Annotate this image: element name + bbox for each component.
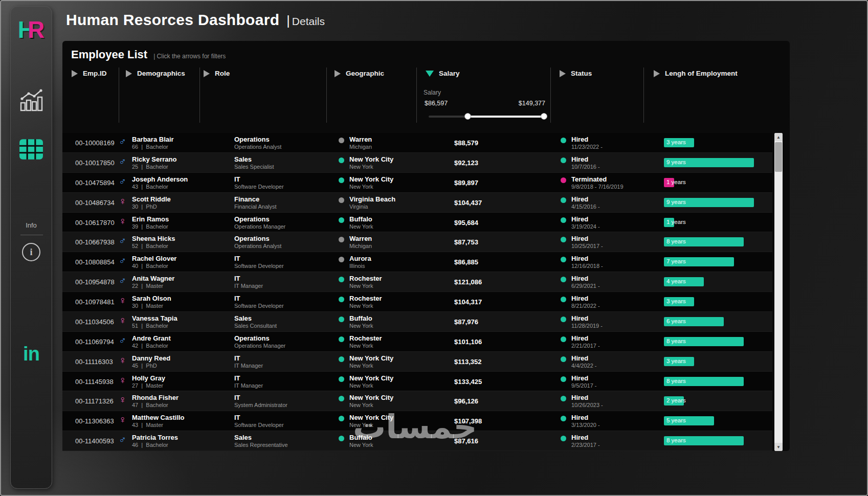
filter-arrow-icon[interactable] — [560, 70, 566, 77]
employee-name: Andre Grant — [132, 334, 171, 342]
filter-demographics[interactable]: Demographics — [126, 70, 185, 77]
table-row[interactable]: 00-11116303 ♀ Danny Reed 45 | PhD IT IT … — [62, 352, 772, 372]
employee-city: Buffalo — [349, 215, 373, 223]
status-dot — [561, 336, 566, 342]
info-button[interactable]: i — [11, 243, 52, 261]
employee-department: Sales — [234, 155, 274, 163]
employee-state: New York — [349, 422, 393, 429]
table-row[interactable]: 00-10617870 ♀ Erin Ramos 39 | Bachelor O… — [62, 213, 772, 233]
gender-icon: ♂ — [119, 136, 126, 147]
employee-salary: $86,885 — [454, 258, 478, 266]
location-dot — [339, 297, 344, 302]
table-row[interactable]: 00-11145938 ♀ Holly Gray 27 | Master IT … — [62, 372, 772, 392]
linkedin-icon[interactable]: in — [11, 343, 52, 365]
table-row[interactable]: 00-11034506 ♀ Vanessa Tapia 51 | Bachelo… — [62, 312, 772, 332]
logo-letter-r: R — [28, 16, 44, 43]
hr-logo[interactable]: HR — [11, 16, 52, 43]
scrollbar-down-button[interactable]: ▼ — [774, 443, 783, 451]
salary-filter-panel: Salary $86,597 $149,377 — [424, 89, 545, 121]
employment-dates: 9/8/2018 - 7/16/2019 — [571, 184, 624, 190]
employee-name: Joseph Anderson — [132, 175, 188, 183]
employee-state: New York — [349, 382, 393, 389]
table-row[interactable]: 00-10808854 ♂ Rachel Glover 40 | Bachelo… — [62, 252, 772, 272]
gender-icon: ♀ — [119, 314, 126, 326]
nav-overview-button[interactable] — [11, 87, 52, 115]
table-row[interactable]: 00-10667938 ♂ Sheena Hicks 52 | Bachelor… — [62, 232, 772, 252]
employee-salary: $104,437 — [454, 199, 482, 207]
table-row[interactable]: 00-10978481 ♀ Sarah Olson 30 | Master IT… — [62, 292, 772, 312]
employee-department: Sales — [234, 314, 277, 322]
employment-length-bar: 8 years — [664, 436, 744, 445]
employment-length-bar: 7 years — [664, 257, 734, 266]
slider-handle-max[interactable] — [541, 113, 547, 120]
dashboard-screen: HR — [0, 0, 868, 496]
employee-city: New York City — [349, 394, 393, 401]
employee-status: Hired — [571, 314, 603, 322]
table-row[interactable]: 00-10486734 ♀ Scott Riddle 30 | PhD Fina… — [62, 193, 772, 213]
filter-label: Salary — [439, 70, 460, 77]
employee-status: Hired — [571, 334, 600, 342]
table-row[interactable]: 00-10954878 ♂ Anita Wagner 22 | Master I… — [62, 272, 772, 292]
filter-arrow-icon[interactable] — [72, 70, 78, 77]
scrollbar-thumb[interactable] — [775, 142, 782, 172]
panel-title: Employee List — [71, 48, 147, 61]
employee-meta: 25 | Bachelor — [132, 164, 176, 170]
employment-dates: 6/29/2021 - — [571, 283, 600, 289]
filter-arrow-icon[interactable] — [126, 70, 132, 77]
filter-role[interactable]: Role — [204, 70, 230, 77]
table-row[interactable]: 00-11400593 ♂ Patricia Torres 46 | Bache… — [62, 431, 772, 451]
table-row[interactable]: 00-10008169 ♂ Barbara Blair 66 | Bachelo… — [62, 133, 772, 153]
slider-selected-range — [468, 116, 544, 118]
filter-arrow-icon[interactable] — [654, 70, 660, 77]
employment-length-label: 9 years — [666, 159, 686, 165]
employee-meta: 51 | Bachelor — [132, 323, 177, 329]
filter-salary[interactable]: Salary — [426, 70, 460, 77]
location-dot — [339, 336, 344, 342]
status-dot — [561, 197, 566, 203]
filter-label: Role — [215, 70, 230, 77]
scrollbar-up-button[interactable]: ▲ — [774, 133, 783, 141]
filter-label: Demographics — [137, 70, 185, 77]
nav-details-button[interactable] — [11, 139, 52, 162]
info-icon: i — [22, 243, 40, 261]
status-dot — [561, 217, 566, 223]
filter-arrow-icon[interactable] — [204, 70, 210, 77]
employee-name: Matthew Castillo — [132, 414, 185, 421]
table-row[interactable]: 00-10017850 ♂ Ricky Serrano 25 | Bachelo… — [62, 153, 772, 173]
table-scrollbar[interactable]: ▲ ▼ — [774, 133, 783, 451]
salary-range-slider[interactable] — [424, 112, 545, 121]
employment-dates: 2/23/2017 - — [571, 442, 600, 448]
filter-length-of-employment[interactable]: Lengh of Employment — [654, 70, 738, 77]
filter-divider — [550, 67, 551, 123]
employee-salary: $92,123 — [454, 159, 478, 167]
employee-state: Illinois — [349, 263, 371, 269]
employment-length-label: 9 years — [666, 199, 686, 205]
status-dot — [561, 157, 566, 163]
filter-arrow-icon[interactable] — [335, 70, 341, 77]
filter-arrow-down-icon[interactable] — [426, 71, 434, 77]
employee-name: Rachel Glover — [132, 255, 176, 262]
slider-handle-min[interactable] — [464, 113, 471, 120]
employee-state: Michigan — [349, 243, 372, 250]
employee-salary: $88,579 — [454, 139, 478, 147]
filter-emp-id[interactable]: Emp.ID — [72, 70, 107, 77]
employee-meta: 42 | Bachelor — [132, 343, 171, 349]
employee-meta: 22 | Master — [132, 283, 174, 289]
employment-length-label: 2 years — [666, 397, 686, 403]
table-row[interactable]: 00-11171326 ♀ Rhonda Fisher 47 | Bachelo… — [62, 391, 772, 411]
employment-length-bar: 2 years — [664, 396, 684, 405]
employee-role: Financial Analyst — [234, 204, 277, 210]
table-row[interactable]: 00-11306363 ♀ Matthew Castillo 43 | Mast… — [62, 411, 772, 431]
filter-status[interactable]: Status — [560, 70, 592, 77]
filter-geographic[interactable]: Geographic — [335, 70, 384, 77]
employee-state: New York — [349, 184, 393, 190]
employee-meta: 30 | PhD — [132, 204, 171, 210]
employee-meta: 43 | Master — [132, 422, 185, 429]
employment-dates: 3/19/2024 - — [571, 223, 600, 230]
filter-label: Lengh of Employment — [665, 70, 738, 77]
table-row[interactable]: 00-10475894 ♂ Joseph Anderson 43 | Bache… — [62, 173, 772, 193]
gender-icon: ♀ — [119, 195, 126, 207]
table-row[interactable]: 00-11069794 ♂ Andre Grant 42 | Bachelor … — [62, 332, 772, 352]
employment-dates: 4/15/2016 - — [571, 204, 600, 210]
status-dot — [561, 257, 566, 262]
